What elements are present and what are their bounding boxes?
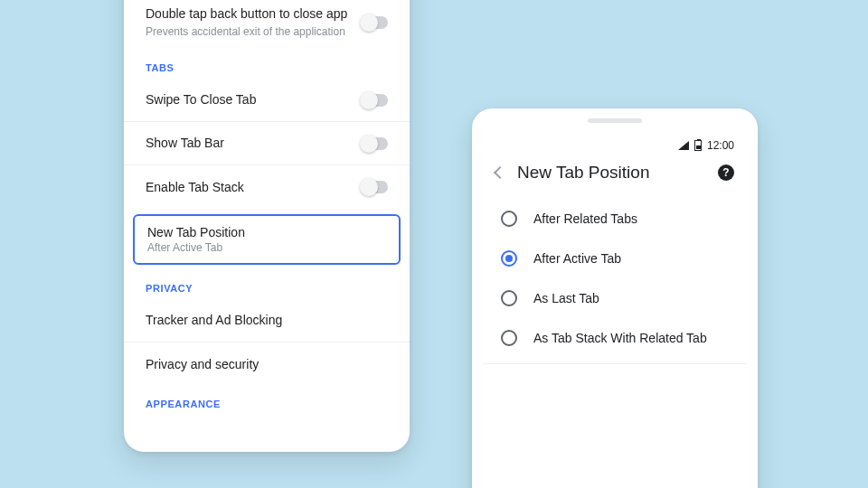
toggle-double-tap[interactable] xyxy=(361,16,388,29)
radio-list: After Related TabsAfter Active TabAs Las… xyxy=(483,199,747,358)
setting-title: Double tap back button to close app xyxy=(146,5,361,23)
back-icon[interactable] xyxy=(494,166,506,179)
help-icon[interactable]: ? xyxy=(718,164,734,181)
setting-title: Privacy and security xyxy=(146,356,388,373)
toggle-swipe-close[interactable] xyxy=(361,94,388,107)
status-time: 12:00 xyxy=(707,139,734,152)
signal-icon xyxy=(678,141,689,150)
radio-option[interactable]: After Active Tab xyxy=(483,239,747,278)
detail-screen: 12:00 New Tab Position ? After Related T… xyxy=(483,132,747,488)
settings-list: Double tap back button to close app Prev… xyxy=(124,0,410,415)
radio-icon[interactable] xyxy=(501,290,517,306)
setting-title: New Tab Position xyxy=(147,225,386,239)
radio-label: After Related Tabs xyxy=(533,211,637,226)
toggle-show-tab-bar[interactable] xyxy=(361,137,388,150)
battery-icon xyxy=(694,140,702,151)
toggle-tab-stack[interactable] xyxy=(361,181,388,193)
section-privacy: PRIVACY xyxy=(124,270,410,299)
setting-title: Swipe To Close Tab xyxy=(146,91,361,108)
section-tabs: TABS xyxy=(124,50,410,79)
setting-tracker-ad-blocking[interactable]: Tracker and Ad Blocking xyxy=(124,299,410,343)
setting-privacy-security[interactable]: Privacy and security xyxy=(124,343,410,386)
setting-new-tab-position[interactable]: New Tab Position After Active Tab xyxy=(133,214,401,265)
setting-subtitle: After Active Tab xyxy=(147,241,386,254)
speaker-icon xyxy=(588,118,642,123)
setting-title: Enable Tab Stack xyxy=(146,179,361,196)
radio-option[interactable]: After Related Tabs xyxy=(483,199,747,239)
radio-option[interactable]: As Tab Stack With Related Tab xyxy=(483,318,747,358)
top-bar: New Tab Position ? xyxy=(483,155,747,199)
setting-enable-tab-stack[interactable]: Enable Tab Stack xyxy=(124,165,410,209)
detail-phone: 12:00 New Tab Position ? After Related T… xyxy=(472,108,758,488)
setting-show-tab-bar[interactable]: Show Tab Bar xyxy=(124,122,410,165)
setting-subtitle: Prevents accidental exit of the applicat… xyxy=(146,24,361,39)
radio-label: As Last Tab xyxy=(533,291,599,305)
radio-label: After Active Tab xyxy=(533,251,621,266)
status-bar: 12:00 xyxy=(483,132,747,155)
page-title: New Tab Position xyxy=(517,163,705,183)
setting-title: Tracker and Ad Blocking xyxy=(146,312,388,329)
setting-swipe-close-tab[interactable]: Swipe To Close Tab xyxy=(124,79,410,122)
phone-notch xyxy=(476,108,754,132)
radio-option[interactable]: As Last Tab xyxy=(483,278,747,318)
separator xyxy=(483,363,747,364)
settings-phone: Double tap back button to close app Prev… xyxy=(124,0,410,452)
radio-icon[interactable] xyxy=(501,211,517,227)
radio-icon[interactable] xyxy=(501,250,517,267)
setting-double-tap-back[interactable]: Double tap back button to close app Prev… xyxy=(124,0,410,50)
radio-label: As Tab Stack With Related Tab xyxy=(533,331,707,345)
radio-icon[interactable] xyxy=(501,330,517,346)
section-appearance: APPEARANCE xyxy=(124,386,410,415)
setting-title: Show Tab Bar xyxy=(146,135,361,152)
